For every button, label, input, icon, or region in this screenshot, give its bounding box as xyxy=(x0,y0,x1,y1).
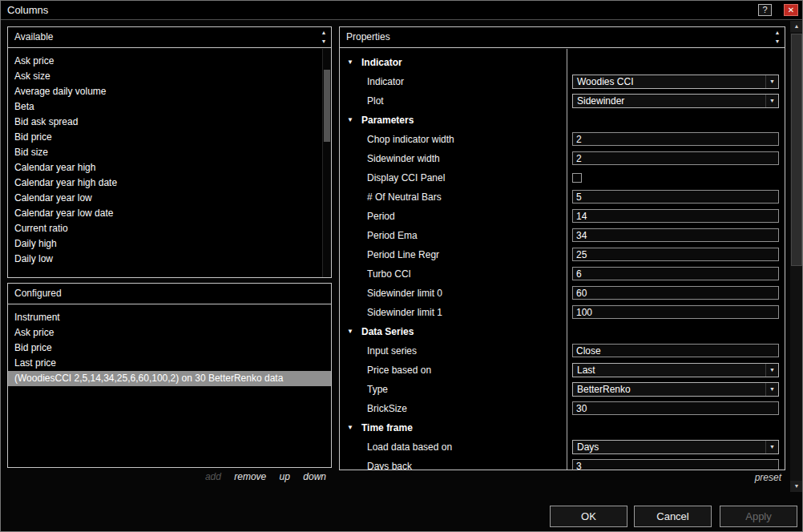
property-label: Price based on xyxy=(367,361,431,380)
property-row: IndicatorWoodies CCI▼ xyxy=(340,72,785,91)
available-list-item[interactable]: Calendar year high date xyxy=(8,175,331,191)
section-label: Time frame xyxy=(361,418,413,437)
available-list-item[interactable]: Beta xyxy=(8,99,331,115)
property-row: ▼Indicator xyxy=(340,53,785,72)
property-value-dropdown[interactable]: Woodies CCI▼ xyxy=(572,75,779,89)
available-list-item[interactable]: Bid size xyxy=(8,145,331,160)
property-value-dropdown[interactable]: BetterRenko▼ xyxy=(572,382,779,397)
dropdown-value: Woodies CCI xyxy=(577,75,633,88)
expander-down-icon[interactable]: ▼ xyxy=(347,418,353,437)
property-row: Input series xyxy=(340,341,785,361)
property-value-input[interactable] xyxy=(572,305,779,319)
title-bar[interactable]: Columns ? ✕ xyxy=(1,1,802,20)
property-label: Plot xyxy=(367,91,384,111)
property-value-input[interactable] xyxy=(572,401,779,415)
property-label: Period xyxy=(367,207,395,226)
help-button[interactable]: ? xyxy=(758,4,772,16)
section-label: Parameters xyxy=(361,111,414,130)
configured-list-item[interactable]: Instrument xyxy=(8,310,331,325)
property-value-dropdown[interactable]: Days▼ xyxy=(572,440,779,454)
property-value-input[interactable] xyxy=(572,228,779,242)
property-row: Turbo CCI xyxy=(340,264,785,284)
property-value-input[interactable] xyxy=(572,190,779,204)
property-value-input[interactable] xyxy=(572,286,779,300)
up-button[interactable]: up xyxy=(280,471,290,482)
property-row: Period xyxy=(340,207,785,226)
property-label: Sidewinder width xyxy=(367,149,440,168)
property-row: Days back xyxy=(340,457,785,470)
configured-list-item[interactable]: (WoodiesCCI 2,5,14,34,25,6,60,100,2) on … xyxy=(8,371,331,386)
property-value-input[interactable] xyxy=(572,209,779,223)
property-value-input[interactable] xyxy=(572,248,779,261)
available-list-item[interactable]: Calendar year high xyxy=(8,160,331,175)
available-scrollbar[interactable] xyxy=(322,49,331,277)
property-checkbox[interactable] xyxy=(572,173,582,183)
configured-header: Configured xyxy=(8,284,331,304)
property-label: Period Ema xyxy=(367,226,418,245)
available-list-item[interactable]: Bid ask spread xyxy=(8,115,331,130)
list-actions: add remove up down xyxy=(7,471,332,482)
properties-title: Properties xyxy=(346,27,390,47)
preset-link[interactable]: preset xyxy=(339,472,785,483)
available-list-item[interactable]: Calendar year low xyxy=(8,191,331,206)
property-label: Load data based on xyxy=(367,437,452,457)
property-label: Turbo CCI xyxy=(367,264,411,284)
scroll-up-icon[interactable]: ▲ xyxy=(790,21,803,32)
property-value-input[interactable] xyxy=(572,267,779,280)
available-list-item[interactable]: Daily low xyxy=(8,252,331,267)
property-label: Days back xyxy=(367,457,412,470)
property-row: Sidewinder limit 1 xyxy=(340,303,785,322)
properties-scroll-arrows: ▲ ▼ xyxy=(772,28,783,46)
available-list-item[interactable]: Daily high xyxy=(8,236,331,252)
scroll-down-icon[interactable]: ▼ xyxy=(790,481,803,492)
property-row: Display CCI Panel xyxy=(340,168,785,187)
property-value-dropdown[interactable]: Last▼ xyxy=(572,363,779,377)
dialog-scrollbar[interactable]: ▲ ▼ xyxy=(790,21,803,492)
available-list-item[interactable]: Calendar year low date xyxy=(8,206,331,221)
down-button[interactable]: down xyxy=(303,471,326,482)
property-value-input[interactable] xyxy=(572,459,779,470)
cancel-button[interactable]: Cancel xyxy=(634,506,712,527)
property-label: Sidewinder limit 1 xyxy=(367,303,442,322)
close-button[interactable]: ✕ xyxy=(784,4,798,16)
property-value-input[interactable] xyxy=(572,151,779,165)
property-row: Sidewinder width xyxy=(340,149,785,168)
property-value-input[interactable] xyxy=(572,132,779,146)
property-label: Period Line Regr xyxy=(367,245,439,264)
dropdown-value: Last xyxy=(577,364,595,377)
available-list-item[interactable]: Ask size xyxy=(8,69,331,84)
property-label: Chop indicator width xyxy=(367,130,454,149)
scroll-down-icon[interactable]: ▼ xyxy=(772,37,783,46)
dropdown-value: Sidewinder xyxy=(577,95,624,107)
add-button[interactable]: add xyxy=(205,471,221,482)
scroll-up-icon[interactable]: ▲ xyxy=(772,28,783,37)
available-list-item[interactable]: Current ratio xyxy=(8,221,331,236)
ok-button[interactable]: OK xyxy=(550,506,627,527)
expander-down-icon[interactable]: ▼ xyxy=(347,322,353,341)
available-list-item[interactable]: Average daily volume xyxy=(8,84,331,99)
property-row: ▼Parameters xyxy=(340,111,785,130)
apply-button[interactable]: Apply xyxy=(720,506,797,527)
property-label: Type xyxy=(367,380,388,399)
configured-list-item[interactable]: Last price xyxy=(8,356,331,371)
dropdown-value: Days xyxy=(577,441,599,453)
property-row: Period Line Regr xyxy=(340,245,785,264)
property-row: Load data based onDays▼ xyxy=(340,437,785,457)
scrollbar-thumb[interactable] xyxy=(324,70,330,142)
expander-down-icon[interactable]: ▼ xyxy=(347,53,353,72)
configured-list-item[interactable]: Bid price xyxy=(8,341,331,356)
available-title: Available xyxy=(14,27,53,47)
scrollbar-thumb[interactable] xyxy=(791,34,802,266)
remove-button[interactable]: remove xyxy=(234,471,266,482)
property-value-dropdown[interactable]: Sidewinder▼ xyxy=(572,94,779,108)
scroll-down-icon[interactable]: ▼ xyxy=(318,37,329,46)
expander-down-icon[interactable]: ▼ xyxy=(347,111,353,130)
available-list-item[interactable]: Bid price xyxy=(8,130,331,145)
property-row: Period Ema xyxy=(340,226,785,245)
property-label: Indicator xyxy=(367,72,404,91)
property-value-input[interactable] xyxy=(572,344,779,357)
section-label: Indicator xyxy=(361,53,402,72)
available-list-item[interactable]: Ask price xyxy=(8,54,331,69)
scroll-up-icon[interactable]: ▲ xyxy=(318,28,329,37)
configured-list-item[interactable]: Ask price xyxy=(8,325,331,341)
